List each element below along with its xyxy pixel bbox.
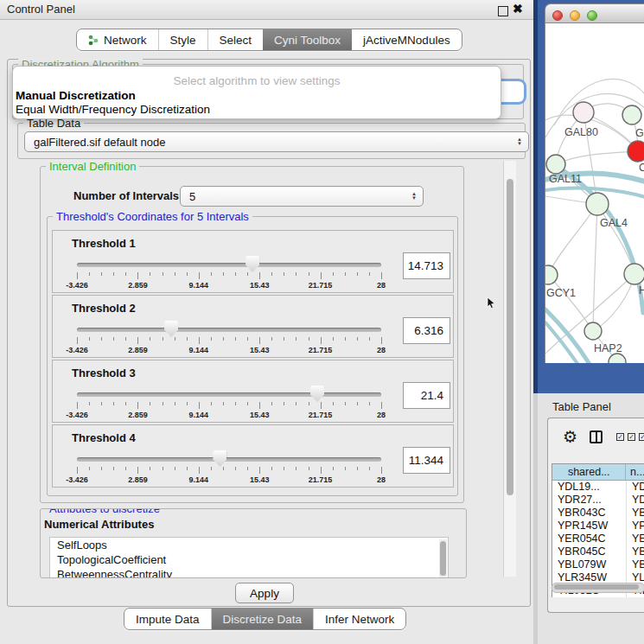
attributes-scrollbar-thumb[interactable]: [440, 541, 446, 576]
table-panel: Table Panel ⚙ ✓ ✓ ✓ shared...n...YDL19..…: [533, 393, 644, 644]
network-node[interactable]: [586, 193, 609, 215]
gear-icon[interactable]: ⚙: [563, 429, 577, 445]
slider-tick: [369, 337, 370, 341]
tab-infer-network[interactable]: Infer Network: [313, 609, 405, 629]
tab-style[interactable]: Style: [158, 29, 207, 50]
close-icon[interactable]: ✖: [513, 2, 523, 16]
table-row[interactable]: YDR27...YDR2: [552, 494, 644, 507]
table-cell: YDL19...: [552, 481, 627, 494]
slider-tick: [101, 337, 102, 341]
popup-item-manual[interactable]: Manual Discretization: [16, 89, 136, 102]
network-node[interactable]: [628, 141, 644, 162]
slider-tick: [199, 467, 200, 474]
network-node[interactable]: [624, 264, 644, 284]
node-table[interactable]: shared...n...YDL19...YDL1YDR27...YDR2YBR…: [552, 463, 644, 597]
apply-button[interactable]: Apply: [235, 583, 294, 603]
table-row[interactable]: YBR045CYBR0: [552, 545, 644, 558]
table-hscroll-thumb[interactable]: [554, 584, 639, 590]
slider-thumb[interactable]: [245, 256, 259, 272]
table-toolbar: ⚙ ✓ ✓ ✓: [548, 418, 644, 458]
slider-tick: [89, 402, 90, 405]
slider-thumb[interactable]: [164, 321, 178, 337]
checkbox-icon[interactable]: ✓: [639, 433, 644, 441]
table-column-header[interactable]: n...: [626, 464, 644, 481]
slider-tick-label: 21.715: [309, 475, 333, 484]
table-data-value: galFiltered.sif default node: [34, 136, 165, 149]
tab-impute-data[interactable]: Impute Data: [124, 609, 211, 629]
slider-tick: [247, 402, 248, 405]
network-node[interactable]: [622, 105, 641, 124]
settings-scrollbar[interactable]: [503, 161, 516, 577]
slider-tick-label: -3.426: [66, 346, 88, 354]
mac-zoom-icon[interactable]: [587, 10, 597, 21]
slider-tick-label: 2.859: [128, 346, 148, 354]
float-window-icon[interactable]: [498, 6, 508, 16]
mac-minimize-icon[interactable]: [570, 10, 580, 21]
threshold-row: Threshold 2-3.4262.8599.14415.4321.71528…: [52, 295, 454, 358]
slider-tick: [137, 467, 138, 474]
attributes-list-scrollbar[interactable]: [439, 539, 447, 577]
attribute-list-item[interactable]: BetweennessCentrality: [50, 567, 448, 578]
table-row[interactable]: YDL19...YDL1: [552, 481, 644, 494]
table-row[interactable]: YER054CYER0: [552, 532, 644, 545]
slider-track[interactable]: [77, 263, 381, 267]
slider-tick: [369, 272, 370, 276]
slider-track[interactable]: [77, 457, 381, 462]
threshold-value-field[interactable]: 11.344: [403, 447, 450, 474]
attribute-list-item[interactable]: SelfLoops: [50, 538, 448, 552]
table-row[interactable]: YPR145WYPR1: [552, 520, 644, 532]
table-column-header[interactable]: shared...: [552, 464, 626, 481]
slider-track[interactable]: [77, 392, 381, 397]
network-node[interactable]: [545, 265, 558, 284]
checkbox-icon[interactable]: ✓: [628, 433, 635, 441]
slider-tick: [137, 272, 138, 279]
slider-tick-label: 21.715: [309, 281, 333, 290]
slider-tick: [223, 402, 224, 405]
network-node[interactable]: [609, 354, 626, 363]
table-cell: YPR145W: [552, 520, 627, 532]
slider-tick: [357, 467, 358, 470]
attribute-list-item[interactable]: TopologicalCoefficient: [50, 552, 448, 567]
attributes-list[interactable]: SelfLoopsTopologicalCoefficientBetweenne…: [49, 537, 449, 578]
slider-tick: [345, 337, 346, 341]
network-node[interactable]: [573, 102, 594, 123]
split-columns-icon[interactable]: [590, 430, 603, 443]
slider-tick: [175, 272, 175, 276]
slider-tick: [77, 272, 78, 279]
num-intervals-combobox[interactable]: 5 ▲▼: [180, 186, 424, 207]
network-view-canvas[interactable]: GAL80G.CGAL11GAL4GCY1HHAP2: [545, 23, 644, 363]
threshold-value-field[interactable]: 14.713: [403, 252, 450, 279]
network-node-label: G.: [635, 127, 644, 139]
table-row[interactable]: YBL079WYBL0: [552, 558, 644, 571]
mac-close-icon[interactable]: [552, 10, 563, 21]
threshold-row: Threshold 4-3.4262.8599.14415.4321.71528…: [52, 424, 454, 488]
threshold-value-field[interactable]: 21.4: [403, 382, 450, 409]
slider-tick: [223, 272, 224, 276]
threshold-value-field[interactable]: 6.316: [403, 317, 450, 344]
network-node[interactable]: [584, 322, 602, 340]
settings-scrollbar-thumb[interactable]: [507, 179, 513, 495]
slider-tick: [357, 337, 358, 341]
slider-tick: [163, 467, 163, 470]
slider-tick: [284, 272, 284, 276]
tab-cyni-toolbox[interactable]: Cyni Toolbox: [263, 29, 352, 50]
slider-tick: [223, 467, 224, 470]
checkbox-icon[interactable]: ✓: [616, 433, 624, 441]
slider-tick: [113, 337, 114, 341]
slider-thumb[interactable]: [213, 450, 226, 467]
tab-jactivemnodules[interactable]: jActiveMNodules: [352, 29, 462, 50]
threshold-label: Threshold 3: [72, 367, 136, 379]
tab-select[interactable]: Select: [207, 29, 264, 50]
slider-track[interactable]: [77, 328, 381, 332]
slider-thumb[interactable]: [310, 386, 324, 402]
slider-tick: [271, 272, 272, 276]
popup-item-equal-width[interactable]: Equal Width/Frequency Discretization: [16, 103, 210, 116]
network-window-titlebar[interactable]: [545, 3, 644, 23]
table-row[interactable]: YBR043CYBR0: [552, 507, 644, 520]
table-horizontal-scrollbar[interactable]: [552, 583, 644, 593]
table-data-combobox[interactable]: galFiltered.sif default node ▲▼: [24, 131, 529, 152]
tab-discretize-data[interactable]: Discretize Data: [211, 609, 314, 629]
network-node[interactable]: [546, 155, 565, 174]
combo-stepper-icon: ▲▼: [517, 132, 522, 151]
tab-network[interactable]: Network: [77, 29, 158, 50]
